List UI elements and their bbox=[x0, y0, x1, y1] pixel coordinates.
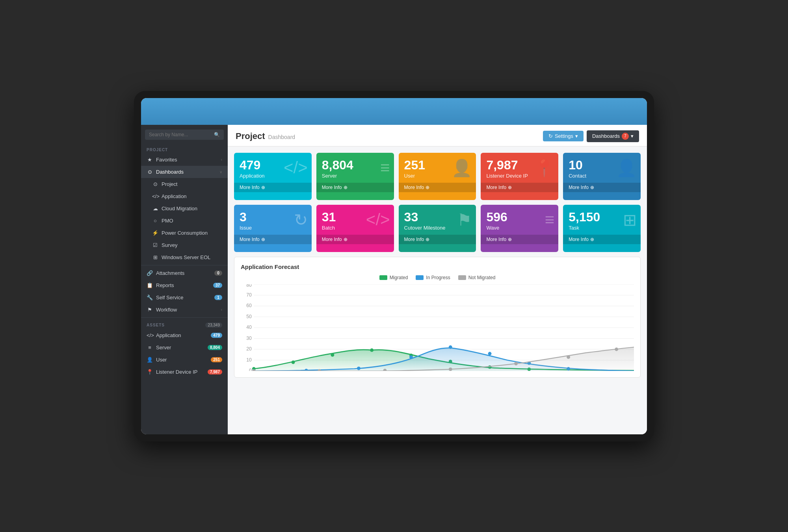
server-asset-icon: ≡ bbox=[147, 345, 153, 350]
chevron-icon: ‹ bbox=[221, 158, 222, 162]
sidebar-item-power-consumption[interactable]: ⚡ Power Consumption bbox=[141, 227, 228, 239]
survey-icon: ☑ bbox=[152, 242, 158, 248]
attachment-icon: 🔗 bbox=[147, 270, 153, 276]
svg-point-31 bbox=[488, 352, 492, 355]
card-contact-more-info[interactable]: More Info ⊕ bbox=[563, 183, 641, 192]
sidebar-item-windows-server-eol[interactable]: ⊞ Windows Server EOL bbox=[141, 251, 228, 263]
sidebar-item-reports[interactable]: 📋 Reports 37 bbox=[141, 279, 228, 291]
svg-point-40 bbox=[615, 347, 618, 351]
forecast-section: Application Forecast Migrated In Progres… bbox=[234, 257, 641, 378]
sidebar-item-attachments[interactable]: 🔗 Attachments 0 bbox=[141, 267, 228, 279]
page-subtitle: Dashboard bbox=[268, 134, 296, 140]
card-task-more-info[interactable]: More Info ⊕ bbox=[563, 235, 641, 244]
card-server[interactable]: 8,804 Server ≡ More Info ⊕ bbox=[316, 153, 394, 200]
card-issue-more-info[interactable]: More Info ⊕ bbox=[234, 235, 312, 244]
sidebar-item-application-nav[interactable]: </> Application bbox=[141, 190, 228, 202]
pmo-icon: ○ bbox=[152, 218, 158, 224]
assets-section-label: ASSETS bbox=[147, 323, 165, 327]
card-batch[interactable]: 31 Batch </> More Info ⊕ bbox=[316, 205, 394, 252]
dashboard-icon: ⊙ bbox=[147, 169, 153, 175]
sidebar-item-label: Favorites bbox=[156, 157, 218, 163]
forecast-legend: Migrated In Progress Not Migrated bbox=[241, 275, 634, 280]
user-asset-badge: 251 bbox=[211, 357, 222, 362]
legend-migrated-dot bbox=[379, 275, 387, 280]
card-user[interactable]: 251 User 👤 More Info ⊕ bbox=[399, 153, 476, 200]
sidebar-item-server-asset[interactable]: ≡ Server 8,804 bbox=[141, 341, 228, 354]
sidebar-item-label: PMO bbox=[162, 218, 222, 224]
svg-point-29 bbox=[409, 355, 413, 359]
forecast-chart: 0 10 20 30 40 50 60 70 80 bbox=[241, 284, 634, 371]
sidebar-item-cloud-migration[interactable]: ☁ Cloud Migration bbox=[141, 202, 228, 215]
sidebar-item-label: Application bbox=[162, 193, 222, 199]
card-batch-more-info[interactable]: More Info ⊕ bbox=[316, 235, 394, 244]
page-header: Project Dashboard ↻ Settings ▾ Dashboard… bbox=[228, 125, 647, 146]
card-cutover-milestone[interactable]: 33 Cutover Milestone ⚑ More Info ⊕ bbox=[399, 205, 476, 252]
server-asset-badge: 8,804 bbox=[208, 345, 222, 350]
sidebar-item-label: Workflow bbox=[156, 307, 218, 313]
legend-not-migrated: Not Migrated bbox=[458, 275, 496, 280]
header-actions: ↻ Settings ▾ Dashboards 7 ▾ bbox=[543, 130, 639, 142]
sidebar-item-label: Windows Server EOL bbox=[162, 254, 222, 260]
settings-button[interactable]: ↻ Settings ▾ bbox=[543, 131, 584, 141]
project-section-label: PROJECT bbox=[141, 145, 228, 154]
main-area: 🔍 PROJECT ★ Favorites ‹ ⊙ Dashboards ∨ ⊙… bbox=[141, 125, 647, 434]
svg-text:0: 0 bbox=[249, 368, 252, 371]
svg-point-38 bbox=[514, 361, 518, 365]
sidebar-item-project[interactable]: ⊙ Project bbox=[141, 178, 228, 190]
card-user-more-info[interactable]: More Info ⊕ bbox=[399, 183, 476, 192]
sidebar-item-label: Attachments bbox=[156, 270, 211, 276]
cards-row1: 479 Application </> More Info ⊕ 8,804 Se… bbox=[234, 153, 641, 200]
card-task[interactable]: 5,150 Task ⊞ More Info ⊕ bbox=[563, 205, 641, 252]
sidebar-item-label: Self Service bbox=[156, 295, 211, 300]
dashboards-count-badge: 7 bbox=[622, 133, 629, 140]
top-bar bbox=[141, 98, 647, 125]
card-application-more-info[interactable]: More Info ⊕ bbox=[234, 183, 312, 192]
cards-section: 479 Application </> More Info ⊕ 8,804 Se… bbox=[228, 146, 647, 252]
card-cutover-more-info[interactable]: More Info ⊕ bbox=[399, 235, 476, 244]
cards-row2: 3 Issue ↻ More Info ⊕ 31 Batch </> bbox=[234, 205, 641, 252]
sidebar-item-label: Power Consumption bbox=[162, 230, 222, 236]
wave-card-icon: ≡ bbox=[545, 210, 555, 229]
card-contact[interactable]: 10 Contact 👤 More Info ⊕ bbox=[563, 153, 641, 200]
sidebar-item-self-service[interactable]: 🔧 Self Service 1 bbox=[141, 291, 228, 304]
sidebar-item-label: Listener Device IP bbox=[156, 369, 204, 375]
chevron-icon: ‹ bbox=[221, 308, 222, 312]
sidebar-item-application-asset[interactable]: </> Application 479 bbox=[141, 329, 228, 341]
svg-point-20 bbox=[331, 353, 334, 356]
svg-point-30 bbox=[449, 345, 452, 349]
dashboards-button[interactable]: Dashboards 7 ▾ bbox=[587, 130, 639, 142]
workflow-icon: ⚑ bbox=[147, 307, 153, 313]
search-input[interactable] bbox=[149, 132, 212, 137]
card-wave-more-info[interactable]: More Info ⊕ bbox=[481, 235, 558, 244]
sidebar-item-label: Dashboards bbox=[156, 169, 216, 175]
card-issue[interactable]: 3 Issue ↻ More Info ⊕ bbox=[234, 205, 312, 252]
svg-text:70: 70 bbox=[246, 292, 252, 297]
sidebar-item-listener-device-ip[interactable]: 📍 Listener Device IP 7,987 bbox=[141, 366, 228, 378]
sidebar-item-label: Survey bbox=[162, 242, 222, 248]
svg-text:80: 80 bbox=[246, 284, 252, 287]
application-asset-badge: 479 bbox=[211, 333, 222, 338]
settings-label: Settings bbox=[555, 133, 573, 139]
legend-in-progress-dot bbox=[416, 275, 424, 280]
sidebar-item-workflow[interactable]: ⚑ Workflow ‹ bbox=[141, 304, 228, 316]
issue-card-icon: ↻ bbox=[294, 210, 308, 230]
sidebar-item-survey[interactable]: ☑ Survey bbox=[141, 239, 228, 251]
star-icon: ★ bbox=[147, 157, 153, 163]
page-title: Project bbox=[236, 131, 265, 141]
sidebar-item-dashboards[interactable]: ⊙ Dashboards ∨ bbox=[141, 166, 228, 178]
card-application[interactable]: 479 Application </> More Info ⊕ bbox=[234, 153, 312, 200]
search-box[interactable]: 🔍 bbox=[145, 130, 224, 140]
card-server-more-info[interactable]: More Info ⊕ bbox=[316, 183, 394, 192]
svg-text:10: 10 bbox=[246, 357, 252, 362]
svg-point-21 bbox=[370, 348, 374, 352]
dashboards-chevron-icon: ▾ bbox=[631, 133, 634, 139]
card-listener-device-ip[interactable]: 7,987 Listener Device IP 📍 More Info ⊕ bbox=[481, 153, 558, 200]
sidebar-item-user-asset[interactable]: 👤 User 251 bbox=[141, 354, 228, 366]
card-listener-more-info[interactable]: More Info ⊕ bbox=[481, 183, 558, 192]
sidebar-item-pmo[interactable]: ○ PMO bbox=[141, 215, 228, 227]
sidebar-item-favorites[interactable]: ★ Favorites ‹ bbox=[141, 154, 228, 166]
forecast-title: Application Forecast bbox=[241, 263, 634, 270]
legend-not-migrated-label: Not Migrated bbox=[468, 275, 496, 280]
sidebar: 🔍 PROJECT ★ Favorites ‹ ⊙ Dashboards ∨ ⊙… bbox=[141, 125, 228, 434]
card-wave[interactable]: 596 Wave ≡ More Info ⊕ bbox=[481, 205, 558, 252]
